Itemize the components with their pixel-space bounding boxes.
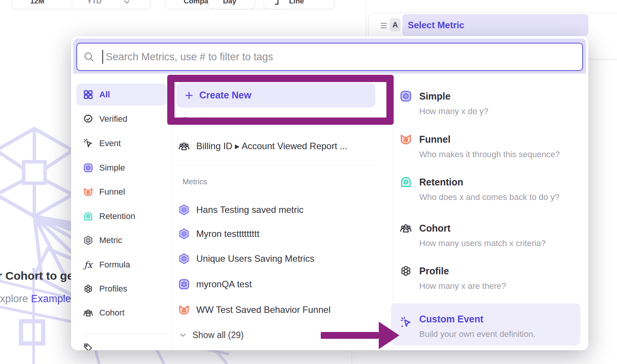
sidebar-item-label: Event: [99, 139, 121, 148]
sidebar-item-metric[interactable]: Metric: [76, 229, 167, 251]
range-ytd-button[interactable]: YTD: [87, 0, 102, 5]
cohort-people-icon: [399, 222, 412, 235]
sidebar-item-formula[interactable]: ƒx Formula: [76, 254, 167, 276]
sidebar-item-cohort[interactable]: Cohort: [76, 302, 167, 324]
sidebar-divider: [82, 334, 166, 334]
custom-event-cursor-icon: [399, 316, 412, 329]
metric-type-title: Retention: [419, 177, 463, 188]
create-new-button[interactable]: Create New: [176, 83, 375, 108]
chart-type-line-button[interactable]: Line: [263, 0, 335, 9]
metric-type-title: Cohort: [419, 223, 451, 234]
annotation-arrow: [321, 332, 379, 339]
show-all-label: Show all (29): [192, 330, 244, 340]
plus-icon: [184, 90, 194, 100]
date-range-segmented-control[interactable]: 12M YTD: [11, 0, 151, 9]
cohort-people-icon: [82, 307, 94, 319]
sidebar-item-label: Formula: [99, 260, 130, 270]
example-link[interactable]: Example: [31, 293, 71, 304]
profiles-honeycomb-icon: [82, 283, 94, 295]
metric-type-title: Simple: [419, 91, 451, 102]
simple-metric-icon: [178, 278, 190, 290]
metric-type-description: How many x do y?: [419, 106, 488, 116]
metric-item-label: Hans Testing saved metric: [196, 205, 304, 215]
metric-type-title: Custom Event: [419, 314, 483, 325]
search-field[interactable]: [76, 43, 583, 71]
metric-type-title: Profile: [419, 266, 449, 277]
metric-item-label: Unique Users Saving Metrics: [196, 253, 314, 264]
select-metric-dialog: All Verified Event Simple Funnel Retenti…: [71, 36, 588, 350]
sidebar-item-label: Profiles: [99, 284, 127, 294]
metric-type-description: How many x are there?: [419, 281, 506, 291]
metric-type-retention[interactable]: Retention Who does x and comes back to d…: [391, 176, 580, 206]
select-metric-button[interactable]: Select Metric: [402, 14, 588, 36]
recent-item[interactable]: Billing ID ▸ Account Viewed Report ...: [178, 138, 384, 155]
chevron-down-icon: [123, 0, 130, 5]
sidebar-item-clipped[interactable]: [76, 339, 167, 350]
grid-icon: [82, 89, 94, 100]
metric-type-description: Who makes it through this sequence?: [419, 150, 560, 159]
sidebar-item-label: Metric: [99, 235, 122, 245]
sidebar-item-simple[interactable]: Simple: [76, 157, 167, 179]
metric-item-label: WW Test Saved Behavior Funnel: [196, 304, 331, 315]
metric-list-item[interactable]: WW Test Saved Behavior Funnel: [178, 301, 384, 318]
create-new-label: Create New: [199, 90, 251, 101]
recents-divider: [174, 165, 375, 165]
sidebar-item-all[interactable]: All: [76, 84, 167, 106]
line-label: Line: [289, 0, 304, 5]
chevron-down-icon: [179, 331, 187, 339]
hexagon-metric-icon: [82, 235, 94, 246]
sidebar-item-verified[interactable]: Verified: [76, 108, 167, 130]
funnel-icon: [178, 304, 190, 316]
sidebar-item-funnel[interactable]: Funnel: [76, 181, 167, 203]
panel-divider-bottom: [352, 351, 352, 364]
simple-metric-icon: [82, 162, 94, 174]
funnel-icon: [399, 133, 412, 146]
show-all-button[interactable]: Show all (29): [179, 329, 293, 341]
empty-state-headline: r Cohort to ge: [0, 269, 73, 282]
metric-list-item[interactable]: Unique Users Saving Metrics: [178, 250, 384, 267]
segment-divider: [72, 0, 72, 9]
metric-type-cohort[interactable]: Cohort How many users match x criteria?: [391, 222, 580, 252]
sidebar-item-label: All: [99, 90, 110, 100]
panel-divider-top: [366, 0, 366, 36]
purple-hexagon-icon: [178, 204, 190, 216]
search-input[interactable]: [105, 51, 582, 63]
metric-type-description: Who does x and comes back to do y?: [419, 192, 559, 202]
sidebar-item-profiles[interactable]: Profiles: [76, 278, 167, 300]
retention-arch-icon: [82, 211, 94, 222]
interval-day-button[interactable]: Day: [208, 0, 255, 9]
funnel-icon: [82, 186, 94, 198]
sidebar-item-event[interactable]: Event: [76, 132, 167, 155]
search-icon: [83, 51, 95, 63]
series-letter-badge: A: [390, 18, 401, 31]
recents-heading: Recents: [183, 116, 210, 124]
explore-text: xplore: [0, 293, 31, 304]
sidebar-item-label: Verified: [99, 114, 127, 124]
simple-metric-icon: [399, 90, 412, 103]
metric-list-item[interactable]: Hans Testing saved metric: [178, 201, 384, 218]
sidebar-item-label: Simple: [99, 163, 125, 173]
metric-list-item[interactable]: Myron testtttttttt: [178, 225, 384, 242]
empty-state-explore-line: xplore Example: [0, 293, 71, 305]
annotation-arrow-head-icon: [379, 322, 399, 349]
metrics-heading: Metrics: [183, 177, 207, 186]
metric-item-label: myronQA test: [196, 279, 252, 290]
drag-handle-icon[interactable]: [381, 21, 387, 30]
text-caret: [102, 50, 103, 64]
profiles-honeycomb-icon: [399, 264, 412, 277]
sidebar-item-label: Cohort: [99, 308, 124, 318]
day-label: Day: [223, 0, 236, 5]
formula-fx-icon: ƒx: [82, 259, 94, 271]
verified-badge-icon: [82, 113, 94, 125]
metric-type-profile[interactable]: Profile How many x are there?: [391, 264, 580, 295]
event-cursor-icon: [82, 138, 94, 149]
recent-item-label: Billing ID ▸ Account Viewed Report ...: [196, 141, 347, 151]
purple-hexagon-icon: [178, 253, 190, 265]
sidebar-item-retention[interactable]: Retention: [76, 205, 167, 227]
metric-type-simple[interactable]: Simple How many x do y?: [391, 90, 580, 120]
range-12m-button[interactable]: 12M: [30, 0, 44, 5]
sidebar-item-label: Retention: [99, 211, 135, 221]
metric-type-funnel[interactable]: Funnel Who makes it through this sequenc…: [391, 133, 580, 163]
metric-type-custom-event[interactable]: Custom Event Build your own event defini…: [391, 303, 580, 345]
metric-list-item[interactable]: myronQA test: [178, 276, 384, 293]
